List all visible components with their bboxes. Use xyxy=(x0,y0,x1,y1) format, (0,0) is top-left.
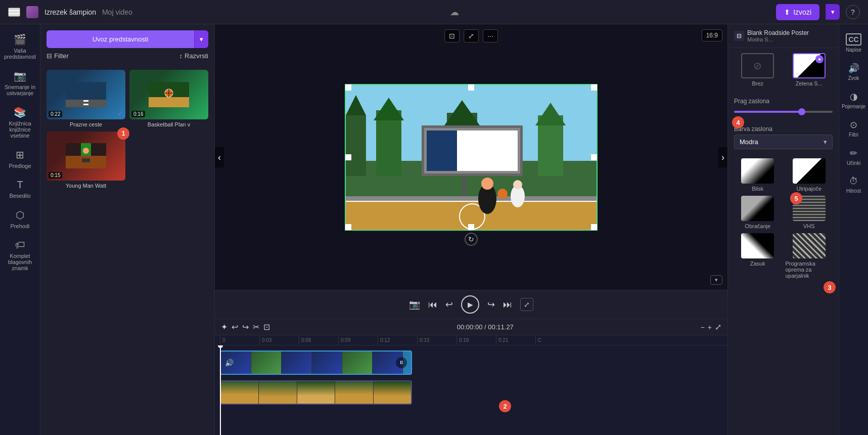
color-label: Barva zaslona xyxy=(734,125,833,133)
cloud-icon: ☁ xyxy=(450,7,459,18)
speed-icon: ⏱ xyxy=(849,176,858,187)
zoom-out-button[interactable]: − xyxy=(701,323,705,331)
clip-pause-button[interactable]: ⏸ xyxy=(396,357,407,368)
menu-button[interactable] xyxy=(8,8,20,17)
aspect-ratio-button[interactable]: 16:9 xyxy=(702,29,722,41)
handle-ml[interactable] xyxy=(345,154,351,160)
sidebar-item-label: Knjižnica knjižnice vsebine xyxy=(4,120,36,139)
zoom-in-button[interactable]: + xyxy=(708,323,712,331)
handle-bm[interactable] xyxy=(468,224,474,230)
left-sidebar: 🎬 Vaša predstavnost 📷 Snemanje in ustvar… xyxy=(0,24,40,435)
media-item-prazne-ceste[interactable]: 0:22 ✓ xyxy=(47,70,125,119)
redo-button[interactable]: ↪ xyxy=(242,322,249,332)
handle-br[interactable] xyxy=(591,224,597,230)
ruler-mark: 0:15 xyxy=(417,335,456,345)
capture-button[interactable]: 📷 xyxy=(409,299,420,310)
cc-icon: CC xyxy=(846,33,861,46)
basketball-clip[interactable] xyxy=(220,380,412,405)
media-panel: Uvoz predstavnosti ▾ ⊟ Filter ↕ Razvrsti xyxy=(40,24,215,435)
sidebar-item-prehodi[interactable]: ⬡ Prehodi xyxy=(2,205,38,233)
undo-button[interactable]: ↩ xyxy=(232,322,238,332)
timeline-expand-button[interactable]: ⤢ xyxy=(715,322,721,332)
effect-item-vhs[interactable]: VHS xyxy=(786,196,833,229)
effect-item-zasuk[interactable]: Zasuk xyxy=(734,233,782,279)
right-icon-pojemanje[interactable]: ◑ Pojemanje xyxy=(840,87,867,113)
obracanje-label: Obračanje xyxy=(745,223,770,229)
threshold-slider[interactable] xyxy=(734,111,833,113)
more-icon: ··· xyxy=(487,32,493,40)
expand-toggle-button[interactable]: ▾ xyxy=(710,275,722,285)
brand-icon: 🏷 xyxy=(15,239,25,251)
media-icon: 🎬 xyxy=(14,33,26,46)
export-dropdown-button[interactable]: ▾ xyxy=(826,4,840,20)
bg-options: ⊘ Brez ✦ Zelena S... xyxy=(734,53,833,86)
media-item-young-man-watt[interactable]: 0:15 xyxy=(47,132,125,181)
nav-arrow-left[interactable]: ‹ xyxy=(215,147,224,167)
help-button[interactable]: ? xyxy=(846,5,860,19)
bg-option-brez[interactable]: ⊘ Brez xyxy=(734,53,782,86)
add-button[interactable]: ✦ xyxy=(221,322,227,332)
skip-back-icon: ⏮ xyxy=(428,299,437,310)
handle-mr[interactable] xyxy=(591,154,597,160)
filter-button[interactable]: ⊟ Filter xyxy=(47,52,69,60)
sidebar-item-label: Komplet blagovnih znamk xyxy=(4,253,36,271)
timeline-tools: ✦ ↩ ↪ ✂ ⊡ xyxy=(221,322,270,332)
forward-button[interactable]: ↪ xyxy=(487,299,495,310)
effect-item-blisk[interactable]: Blisk xyxy=(734,158,782,192)
fit-button[interactable]: ⤢ xyxy=(464,29,479,42)
right-icon-zvok[interactable]: 🔊 Zvok xyxy=(840,59,867,85)
sidebar-item-snemanje[interactable]: 📷 Snemanje in ustvarjanje xyxy=(2,66,38,100)
sidebar-item-predloge[interactable]: ⊞ Predloge xyxy=(2,145,38,173)
video-toolbar: ⊡ ⤢ ··· xyxy=(444,29,498,42)
zasuk-label: Zasuk xyxy=(750,260,765,267)
right-icon-napise[interactable]: CC Napise xyxy=(840,29,867,57)
refresh-button[interactable]: ↻ xyxy=(465,233,478,246)
filter-icon: ⊟ xyxy=(47,52,52,60)
video-clip[interactable]: 🔊 ⏸ xyxy=(220,351,412,375)
handle-tl[interactable] xyxy=(345,84,351,91)
tab-label: Moj video xyxy=(102,8,132,16)
sidebar-item-komplet[interactable]: 🏷 Komplet blagovnih znamk xyxy=(2,235,38,275)
sidebar-item-label: Snemanje in ustvarjanje xyxy=(4,84,36,96)
sidebar-item-besedilo[interactable]: T Besedilo xyxy=(2,175,38,203)
media-duration: 0:22 xyxy=(49,111,62,117)
split-button[interactable]: ⊡ xyxy=(263,322,270,332)
step-1-badge: 1 xyxy=(117,127,129,140)
list-item: 0:15 Young Man Watt 1 xyxy=(47,132,125,189)
color-dropdown[interactable]: Modra ▾ xyxy=(734,135,833,149)
sort-button[interactable]: ↕ Razvrsti xyxy=(179,52,208,60)
cut-button[interactable]: ✂ xyxy=(253,322,259,332)
track-clips: 🔊 ⏸ xyxy=(220,349,727,376)
skip-forward-button[interactable]: ⏭ xyxy=(503,299,512,310)
import-button[interactable]: Uvoz predstavnosti xyxy=(47,30,194,48)
skip-back-button[interactable]: ⏮ xyxy=(428,299,437,310)
effect-item-obracanje[interactable]: Obračanje xyxy=(734,196,782,229)
ruler-mark: C xyxy=(535,335,575,345)
right-icon-hitrost[interactable]: ⏱ Hitrost xyxy=(840,172,867,198)
handle-tm[interactable] xyxy=(468,84,474,91)
more-button[interactable]: ··· xyxy=(483,29,498,42)
bg-option-zelena[interactable]: ✦ Zelena S... xyxy=(786,53,833,86)
handle-tr[interactable] xyxy=(591,84,597,91)
sidebar-item-vas-predstavnost[interactable]: 🎬 Vaša predstavnost xyxy=(2,29,38,64)
sidebar-item-knjiznica[interactable]: 📚 Knjižnica knjižnice vsebine xyxy=(2,102,38,143)
checkmark-icon: ✓ xyxy=(117,109,123,117)
effect-item-utripajoc[interactable]: Utripajoče xyxy=(786,158,833,192)
crop-button[interactable]: ⊡ xyxy=(444,29,460,42)
import-dropdown-button[interactable]: ▾ xyxy=(194,30,208,48)
media-item-basketball[interactable]: 0:16 xyxy=(129,70,208,119)
fullscreen-button[interactable]: ⤢ xyxy=(520,298,533,311)
timeline-area: ✦ ↩ ↪ ✂ ⊡ 00:00:00 xyxy=(215,319,727,435)
export-button[interactable]: ⬆ Izvozi xyxy=(776,4,819,20)
vhs-label: VHS xyxy=(803,223,815,229)
panel-icon: ⊟ xyxy=(734,31,744,41)
glitch-label: Programska oprema za uparjalnik xyxy=(786,260,833,279)
play-button[interactable]: ▶ xyxy=(461,295,479,314)
right-icon-filtri[interactable]: ⊙ Filtri xyxy=(840,115,867,142)
right-icon-ucinki[interactable]: ✏ Učinki xyxy=(840,144,867,170)
rewind-button[interactable]: ↩ xyxy=(445,299,453,310)
handle-bl[interactable] xyxy=(345,224,351,230)
effect-item-glitch[interactable]: Programska oprema za uparjalnik xyxy=(786,233,833,279)
nav-arrow-right[interactable]: › xyxy=(718,147,727,167)
import-btn-wrapper: Uvoz predstavnosti ▾ xyxy=(47,30,208,48)
